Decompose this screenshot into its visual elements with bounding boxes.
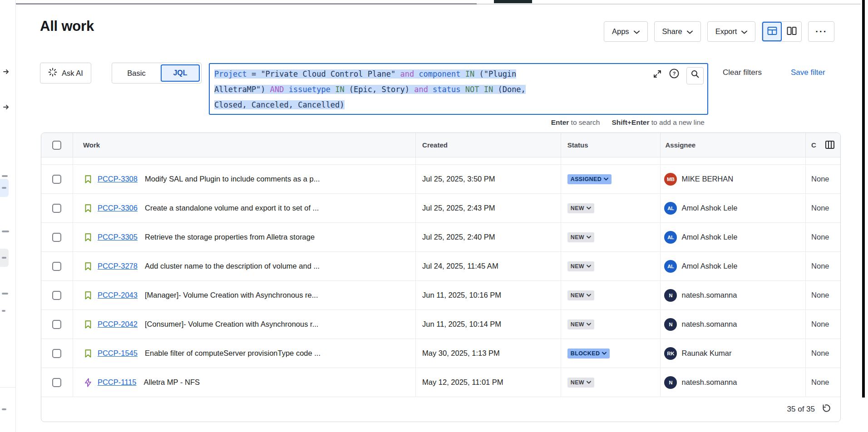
column-header-work[interactable]: Work bbox=[73, 133, 416, 157]
jql-line-2: AlletraMP") AND issuetype IN (Epic, Stor… bbox=[214, 82, 703, 97]
column-header-assignee[interactable]: Assignee bbox=[661, 133, 806, 157]
export-button[interactable]: Export bbox=[707, 21, 756, 42]
table-row[interactable]: PCCP-2042 [Consumer]- Volume Creation wi… bbox=[41, 310, 840, 339]
issue-summary[interactable]: Modify SAL and Plugin to include comment… bbox=[145, 175, 320, 183]
mode-jql-button[interactable]: JQL bbox=[161, 64, 200, 82]
column-header-truncated[interactable]: C bbox=[806, 133, 840, 157]
help-icon[interactable]: ? bbox=[669, 68, 679, 83]
story-icon bbox=[83, 174, 93, 184]
jql-token: NOT IN bbox=[461, 85, 498, 94]
assignee-cell[interactable]: Nnatesh.somanna bbox=[661, 310, 806, 339]
issue-key-link[interactable]: PCCP-3306 bbox=[98, 204, 138, 212]
story-icon bbox=[83, 203, 93, 213]
issue-key-link[interactable]: PCCP-2043 bbox=[98, 291, 138, 299]
ai-sparkle-icon bbox=[48, 68, 57, 79]
issue-key-link[interactable]: PCCP-3308 bbox=[98, 175, 138, 183]
assignee-cell[interactable]: Nnatesh.somanna bbox=[661, 281, 806, 309]
status-badge[interactable]: NEW bbox=[567, 378, 594, 388]
expand-icon[interactable] bbox=[653, 68, 662, 83]
row-checkbox[interactable] bbox=[41, 368, 73, 397]
share-button[interactable]: Share bbox=[654, 21, 701, 42]
table-row[interactable]: PCCP-3306 Create a standalone volume and… bbox=[41, 194, 840, 223]
story-icon bbox=[83, 232, 93, 242]
status-badge[interactable]: BLOCKED bbox=[567, 349, 610, 358]
row-checkbox[interactable] bbox=[41, 310, 73, 339]
issue-key-link[interactable]: PCCP-3305 bbox=[98, 233, 138, 241]
table-row[interactable]: PCCP-3305 Retrieve the storage propertie… bbox=[41, 223, 840, 252]
status-badge[interactable]: NEW bbox=[567, 232, 594, 242]
created-cell: Jun 11, 2025, 10:14 PM bbox=[416, 310, 561, 339]
issue-summary[interactable]: Enable filter of computeServer provision… bbox=[145, 349, 321, 358]
extra-field-cell: None bbox=[806, 194, 840, 222]
arrow-right-icon[interactable] bbox=[3, 68, 9, 76]
search-hints: Enter to searchShift+Enter to add a new … bbox=[209, 118, 705, 127]
jql-token: status bbox=[433, 85, 460, 94]
table-view-button[interactable] bbox=[762, 22, 782, 41]
share-label: Share bbox=[662, 27, 682, 36]
issue-key-link[interactable]: PCCP-1115 bbox=[98, 378, 137, 387]
window-top-edge-light bbox=[477, 4, 861, 5]
extra-field-cell: None bbox=[806, 310, 840, 339]
configure-columns-button[interactable] bbox=[823, 138, 837, 152]
issue-key-link[interactable]: PCCP-3278 bbox=[98, 262, 138, 270]
issue-summary[interactable]: Retrieve the storage properties from All… bbox=[145, 233, 315, 241]
assignee-cell[interactable]: MBMIKE BERHAN bbox=[661, 165, 806, 193]
header-actions: Apps Share Export ··· bbox=[604, 21, 834, 42]
assignee-cell[interactable]: ALAmol Ashok Lele bbox=[661, 223, 806, 251]
clear-filters-button[interactable]: Clear filters bbox=[723, 68, 762, 77]
created-cell: Jul 25, 2025, 2:40 PM bbox=[416, 223, 561, 251]
issue-summary[interactable]: [Consumer]- Volume Creation with Asynchr… bbox=[145, 320, 318, 329]
status-badge[interactable]: NEW bbox=[567, 319, 594, 329]
select-all-checkbox[interactable] bbox=[41, 133, 73, 157]
avatar: AL bbox=[664, 231, 677, 244]
arrow-right-icon[interactable] bbox=[3, 103, 9, 112]
table-row[interactable]: PCCP-3308 Modify SAL and Plugin to inclu… bbox=[41, 165, 840, 194]
assignee-cell[interactable]: ALAmol Ashok Lele bbox=[661, 194, 806, 222]
column-header-created[interactable]: Created bbox=[416, 133, 561, 157]
ask-ai-button[interactable]: Ask AI bbox=[40, 63, 91, 83]
column-header-status[interactable]: Status bbox=[561, 133, 661, 157]
row-checkbox[interactable] bbox=[41, 194, 73, 222]
jql-query-input[interactable]: Project = "Private Cloud Control Plane" … bbox=[209, 63, 708, 115]
chevron-down-icon bbox=[634, 27, 640, 36]
refresh-button[interactable] bbox=[820, 403, 830, 416]
apps-label: Apps bbox=[612, 27, 629, 36]
assignee-cell[interactable]: Nnatesh.somanna bbox=[661, 368, 806, 397]
mode-basic-button[interactable]: Basic bbox=[112, 69, 161, 78]
search-button[interactable] bbox=[686, 67, 704, 84]
jql-token: AND bbox=[270, 85, 289, 94]
row-checkbox[interactable] bbox=[41, 281, 73, 309]
split-view-button[interactable] bbox=[782, 22, 801, 41]
jql-line-1: Project = "Private Cloud Control Plane" … bbox=[214, 66, 703, 82]
table-row[interactable]: PCCP-2043 [Manager]- Volume Creation wit… bbox=[41, 281, 840, 310]
issue-summary[interactable]: [Manager]- Volume Creation with Asynchro… bbox=[145, 291, 318, 299]
table-row[interactable]: PCCP-1545 Enable filter of computeServer… bbox=[41, 339, 840, 368]
issue-key-link[interactable]: PCCP-2042 bbox=[98, 320, 138, 329]
jql-token: (Epic, Story) bbox=[349, 85, 414, 94]
table-row[interactable]: PCCP-1115 Alletra MP - NFS May 12, 2025,… bbox=[41, 368, 840, 397]
issue-key-link[interactable]: PCCP-1545 bbox=[98, 349, 138, 358]
issue-summary[interactable]: Add cluster name to the description of v… bbox=[145, 262, 320, 270]
row-checkbox[interactable] bbox=[41, 223, 73, 251]
status-badge[interactable]: NEW bbox=[567, 290, 594, 300]
status-badge[interactable]: NEW bbox=[567, 261, 594, 271]
collapsed-sidebar bbox=[0, 0, 16, 432]
assignee-cell[interactable]: ALAmol Ashok Lele bbox=[661, 252, 806, 280]
row-checkbox[interactable] bbox=[41, 252, 73, 280]
issue-summary[interactable]: Alletra MP - NFS bbox=[144, 378, 200, 387]
status-badge[interactable]: NEW bbox=[567, 203, 594, 213]
sidebar-divider bbox=[0, 387, 15, 388]
row-checkbox[interactable] bbox=[41, 165, 73, 193]
issue-summary[interactable]: Create a standalone volume and export it… bbox=[145, 204, 319, 212]
extra-field-cell: None bbox=[806, 281, 840, 309]
table-row[interactable]: PCCP-3278 Add cluster name to the descri… bbox=[41, 252, 840, 281]
svg-text:?: ? bbox=[673, 71, 676, 76]
browser-tab-fragment bbox=[494, 0, 532, 3]
story-icon bbox=[83, 349, 93, 358]
apps-button[interactable]: Apps bbox=[604, 21, 648, 42]
save-filter-button[interactable]: Save filter bbox=[791, 68, 825, 77]
more-actions-button[interactable]: ··· bbox=[808, 21, 834, 42]
assignee-cell[interactable]: RKRaunak Kumar bbox=[661, 339, 806, 368]
status-badge[interactable]: ASSIGNED bbox=[567, 174, 612, 184]
row-checkbox[interactable] bbox=[41, 339, 73, 368]
